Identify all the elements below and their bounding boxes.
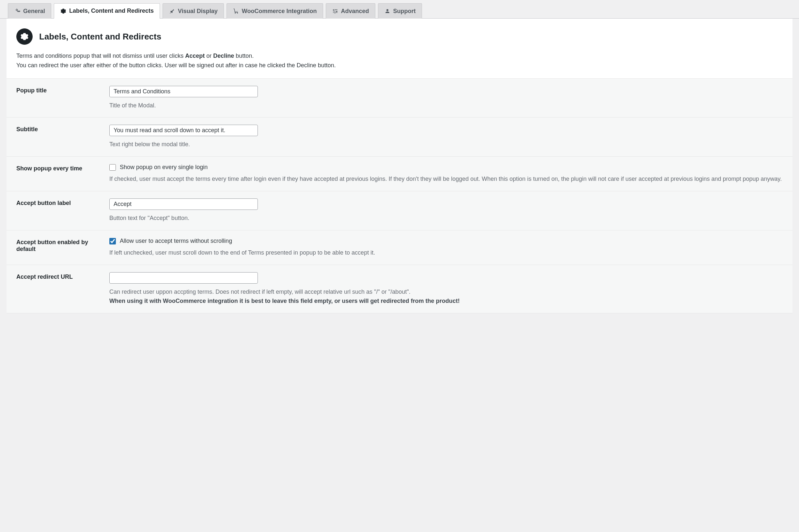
settings-panel: Labels, Content and Redirects Terms and … [6,19,793,313]
checkbox-label-show-every-time: Show popup on every single login [120,164,208,171]
tab-label: Labels, Content and Redirects [69,7,154,14]
tab-general[interactable]: General [8,3,51,19]
subtitle-input[interactable] [109,125,258,136]
tab-support[interactable]: Support [378,3,422,19]
popup-title-input[interactable] [109,86,258,97]
label-accept-button: Accept button label [16,198,109,223]
accept-label-input[interactable] [109,198,258,210]
tab-label: Advanced [341,8,369,15]
pin-icon [169,8,175,14]
sliders-icon [332,8,339,14]
checkbox-label-accept-enabled: Allow user to accept terms without scrol… [120,238,232,245]
key-icon [14,8,21,14]
tab-label: General [23,8,45,15]
row-accept-redirect: Accept redirect URL Can redirect user up… [6,265,793,313]
control-accept-enabled: Allow user to accept terms without scrol… [109,238,783,258]
control-subtitle: Text right below the modal title. [109,125,783,149]
label-show-every-time: Show popup every time [16,164,109,184]
control-popup-title: Title of the Modal. [109,86,783,110]
tab-advanced[interactable]: Advanced [326,3,375,19]
cart-icon [233,8,239,14]
label-accept-enabled: Accept button enabled by default [16,238,109,258]
help-accept-redirect: Can redirect user uppon accpting terms. … [109,287,783,306]
checkbox-row-show-every-time: Show popup on every single login [109,164,783,171]
tab-visual-display[interactable]: Visual Display [163,3,224,19]
user-icon [384,8,391,14]
control-accept-label: Button text for "Accept" button. [109,198,783,223]
row-popup-title: Popup title Title of the Modal. [6,79,793,118]
panel-header: Labels, Content and Redirects [6,28,793,51]
label-accept-redirect: Accept redirect URL [16,272,109,306]
tab-label: Visual Display [178,8,218,15]
accept-redirect-input[interactable] [109,272,258,284]
accept-enabled-checkbox[interactable] [109,238,116,245]
help-popup-title: Title of the Modal. [109,101,783,110]
tab-labels-content[interactable]: Labels, Content and Redirects [54,3,160,19]
tab-woocommerce[interactable]: WooCommerce Integration [227,3,323,19]
label-subtitle: Subtitle [16,125,109,149]
row-show-every-time: Show popup every time Show popup on ever… [6,157,793,191]
help-show-every-time: If checked, user must accept the terms e… [109,175,783,184]
control-accept-redirect: Can redirect user uppon accpting terms. … [109,272,783,306]
row-subtitle: Subtitle Text right below the modal titl… [6,117,793,157]
checkbox-row-accept-enabled: Allow user to accept terms without scrol… [109,238,783,245]
gear-icon [60,8,66,14]
control-show-every-time: Show popup on every single login If chec… [109,164,783,184]
row-accept-enabled: Accept button enabled by default Allow u… [6,230,793,265]
settings-container: General Labels, Content and Redirects Vi… [0,0,799,532]
panel-title: Labels, Content and Redirects [39,32,161,42]
tab-label: Support [393,8,416,15]
tabs-nav: General Labels, Content and Redirects Vi… [0,0,799,19]
label-popup-title: Popup title [16,86,109,110]
gear-icon [16,28,33,45]
help-accept-enabled: If left unchecked, user must scroll down… [109,248,783,258]
help-subtitle: Text right below the modal title. [109,140,783,149]
form-table: Popup title Title of the Modal. Subtitle… [6,78,793,313]
tab-label: WooCommerce Integration [242,8,317,15]
row-accept-label: Accept button label Button text for "Acc… [6,191,793,230]
show-every-time-checkbox[interactable] [109,164,116,171]
panel-description: Terms and conditions popup that will not… [6,51,793,78]
help-accept-label: Button text for "Accept" button. [109,214,783,223]
